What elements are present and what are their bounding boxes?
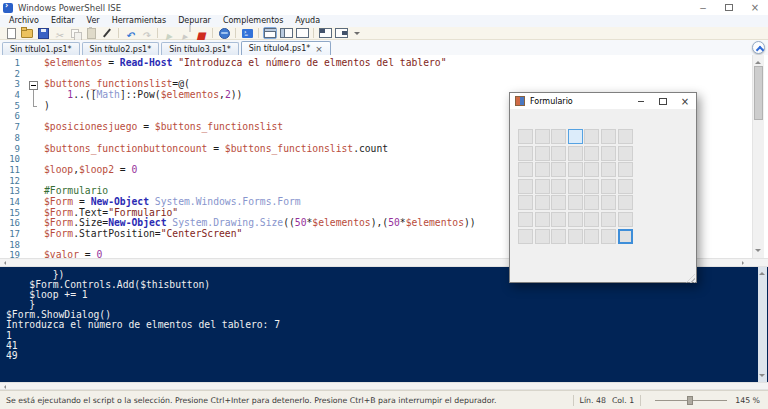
grid-cell[interactable] — [584, 162, 599, 177]
grid-cell[interactable] — [568, 162, 583, 177]
scroll-up-icon[interactable] — [759, 269, 765, 275]
show-script-pane-maximized-button[interactable] — [295, 27, 309, 39]
menu-archivo[interactable]: Archivo — [3, 15, 45, 27]
start-powershell-button[interactable] — [240, 27, 254, 39]
grid-cell[interactable] — [618, 146, 633, 161]
grid-cell[interactable] — [584, 195, 599, 210]
collapse-script-pane-button[interactable] — [752, 41, 765, 54]
grid-cell[interactable] — [568, 146, 583, 161]
grid-cell[interactable] — [551, 146, 566, 161]
grid-cell[interactable] — [618, 195, 633, 210]
tab-sin-titulo1-ps1[interactable]: Sin título1.ps1* — [2, 42, 80, 55]
new-remote-powershell-tab-button[interactable] — [217, 27, 231, 39]
scroll-down-icon[interactable] — [759, 374, 765, 380]
grid-cell[interactable] — [518, 212, 533, 227]
minimize-icon[interactable] — [630, 93, 652, 109]
paste-button[interactable] — [84, 27, 98, 39]
scrollbar-thumb[interactable] — [754, 66, 763, 120]
grid-cell[interactable] — [601, 179, 616, 194]
close-icon[interactable] — [674, 93, 696, 109]
grid-cell[interactable] — [601, 146, 616, 161]
scroll-down-icon[interactable] — [755, 249, 761, 255]
grid-cell[interactable] — [535, 179, 550, 194]
toolbar-overflow-button[interactable] — [350, 27, 364, 39]
grid-cell[interactable] — [551, 195, 566, 210]
grid-cell[interactable] — [518, 229, 533, 244]
resize-grip[interactable] — [686, 274, 695, 283]
maximize-icon[interactable] — [652, 93, 674, 109]
grid-cell[interactable] — [584, 179, 599, 194]
grid-cell[interactable] — [568, 212, 583, 227]
scroll-left-icon[interactable] — [2, 261, 6, 265]
stop-operation-button[interactable] — [194, 27, 208, 39]
grid-cell[interactable] — [535, 162, 550, 177]
grid-cell[interactable] — [551, 212, 566, 227]
grid-cell[interactable] — [601, 212, 616, 227]
grid-cell[interactable] — [551, 179, 566, 194]
grid-cell[interactable] — [601, 195, 616, 210]
scroll-left-icon[interactable] — [2, 385, 6, 389]
minimize-icon[interactable] — [690, 0, 716, 15]
console-horizontal-scrollbar[interactable] — [0, 382, 768, 390]
save-script-button[interactable] — [36, 27, 50, 39]
grid-cell[interactable] — [568, 229, 583, 244]
clear-console-pane-button[interactable] — [100, 27, 114, 39]
grid-cell[interactable] — [518, 195, 533, 210]
grid-cell[interactable] — [518, 162, 533, 177]
grid-cell[interactable] — [601, 162, 616, 177]
dialog-title-bar[interactable]: Formulario — [510, 93, 696, 109]
grid-cell[interactable] — [568, 179, 583, 194]
zoom-slider[interactable] — [655, 395, 727, 406]
tab-sin-titulo4-ps1[interactable]: Sin título4.ps1*× — [241, 41, 331, 55]
grid-cell[interactable] — [518, 129, 533, 144]
undo-button[interactable] — [123, 27, 137, 39]
grid-cell[interactable] — [535, 146, 550, 161]
show-command-window-button[interactable] — [334, 27, 348, 39]
grid-cell[interactable] — [518, 179, 533, 194]
grid-cell[interactable] — [584, 129, 599, 144]
grid-cell[interactable] — [551, 129, 566, 144]
open-script-button[interactable] — [20, 27, 34, 39]
grid-cell[interactable] — [584, 146, 599, 161]
menu-ver[interactable]: Ver — [81, 15, 106, 27]
zoom-slider-thumb[interactable] — [687, 396, 693, 405]
grid-cell[interactable] — [601, 129, 616, 144]
menu-complementos[interactable]: Complementos — [217, 15, 289, 27]
show-script-pane-top-button[interactable] — [263, 27, 277, 39]
close-icon[interactable] — [742, 0, 768, 15]
cut-button[interactable] — [52, 27, 66, 39]
menu-herramientas[interactable]: Herramientas — [106, 15, 173, 27]
fold-marker[interactable] — [24, 101, 44, 112]
show-command-add-on-button[interactable] — [318, 27, 332, 39]
fold-marker[interactable] — [24, 90, 44, 101]
grid-cell[interactable] — [584, 212, 599, 227]
run-script-button[interactable] — [162, 27, 176, 39]
grid-cell[interactable] — [551, 162, 566, 177]
grid-cell[interactable] — [535, 129, 550, 144]
grid-cell[interactable] — [551, 229, 566, 244]
show-script-pane-right-button[interactable] — [279, 27, 293, 39]
tab-close-icon[interactable]: × — [315, 45, 323, 53]
run-selection-button[interactable] — [178, 27, 192, 39]
restore-icon[interactable] — [716, 0, 742, 15]
scroll-right-icon[interactable] — [742, 261, 746, 265]
menu-ayuda[interactable]: Ayuda — [289, 15, 326, 27]
console-vertical-scrollbar[interactable] — [758, 267, 767, 382]
editor-vertical-scrollbar[interactable] — [752, 55, 764, 258]
grid-cell[interactable] — [535, 212, 550, 227]
grid-cell[interactable] — [535, 195, 550, 210]
tab-sin-titulo3-ps1[interactable]: Sin título3.ps1* — [161, 42, 239, 55]
grid-cell[interactable] — [618, 162, 633, 177]
redo-button[interactable] — [139, 27, 153, 39]
grid-cell[interactable] — [601, 229, 616, 244]
tab-sin-titulo2-ps1[interactable]: Sin título2.ps1* — [82, 42, 160, 55]
grid-cell[interactable] — [618, 129, 633, 144]
grid-cell[interactable] — [618, 179, 633, 194]
grid-cell[interactable] — [568, 195, 583, 210]
menu-depurar[interactable]: Depurar — [172, 15, 217, 27]
copy-button[interactable] — [68, 27, 82, 39]
grid-cell[interactable] — [584, 229, 599, 244]
grid-cell[interactable] — [618, 229, 633, 244]
grid-cell[interactable] — [535, 229, 550, 244]
grid-cell[interactable] — [568, 129, 583, 144]
